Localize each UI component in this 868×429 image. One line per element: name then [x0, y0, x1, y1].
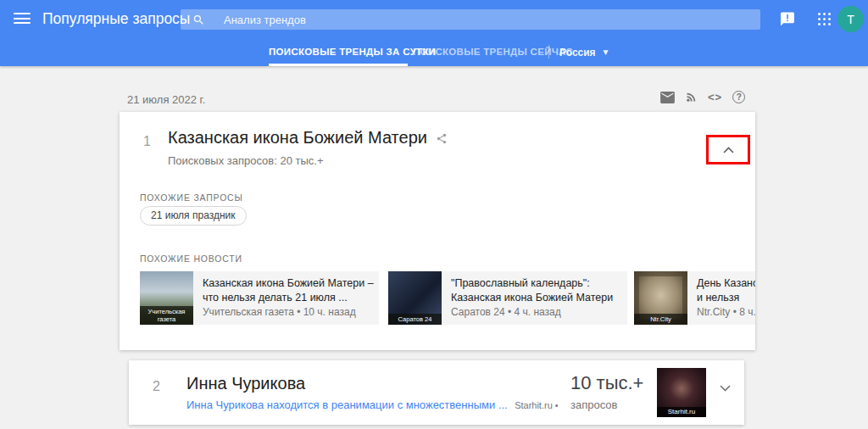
related-news-heading: ПОХОЖИЕ НОВОСТИ	[140, 254, 242, 264]
news-source: Ntr.City • 8 ч. назад	[697, 306, 755, 318]
help-icon[interactable]: ?	[732, 91, 745, 103]
news-title: "Православный календарь": Казанская икон…	[451, 276, 624, 305]
tab-daily-trends[interactable]: ПОИСКОВЫЕ ТРЕНДЫ ЗА СУТКИ	[269, 38, 408, 66]
avatar[interactable]: T	[837, 6, 864, 32]
related-queries-heading: ПОХОЖИЕ ЗАПРОСЫ	[140, 192, 243, 203]
app-title: Популярные запросы	[42, 0, 190, 38]
trend-title[interactable]: Инна Чурикова	[186, 374, 305, 393]
embed-code-icon[interactable]: <>	[708, 91, 722, 103]
chevron-down-icon: ▼	[602, 48, 610, 57]
rss-icon[interactable]	[685, 91, 698, 103]
search-icon	[192, 14, 205, 26]
thumbnail-caption: Starhit.ru	[657, 407, 706, 417]
chevron-up-icon	[723, 147, 734, 153]
news-source: Учительская газета • 10 ч. назад	[203, 306, 376, 318]
news-source: Starhit.ru • 18 ч. назад	[515, 400, 559, 410]
subscribe-email-icon[interactable]	[660, 92, 675, 103]
expand-button[interactable]	[716, 382, 734, 395]
highlight-box	[706, 135, 750, 164]
apps-grid-icon[interactable]	[816, 11, 832, 27]
news-thumbnail: Starhit.ru	[657, 368, 706, 417]
tabs-bar: ПОИСКОВЫЕ ТРЕНДЫ ЗА СУТКИ ПОИСКОВЫЕ ТРЕН…	[0, 38, 868, 66]
news-item[interactable]: Ntr.City День Казанской иконы: что можно…	[634, 271, 755, 325]
thumbnail-caption: Саратов 24	[388, 314, 442, 325]
divider	[548, 45, 549, 58]
date-toolbar: <> ?	[660, 91, 745, 103]
search-volume-label: Поисковых запросов: 20 тыс.+	[168, 154, 324, 167]
trend-card-2: 2 Инна Чурикова Инна Чурикова находится …	[129, 360, 744, 425]
search-placeholder: Анализ трендов	[224, 14, 306, 26]
search-volume-word: запросов	[570, 398, 617, 411]
thumbnail-caption: Учительская газета	[140, 306, 193, 325]
search-volume-count: 10 тыс.+	[570, 372, 643, 394]
news-source: Саратов 24 • 4 ч. назад	[451, 306, 624, 318]
feedback-icon[interactable]	[779, 11, 796, 27]
collapse-button[interactable]	[720, 143, 737, 157]
date-label: 21 июля 2022 г.	[127, 93, 205, 106]
related-news-row: Учительская газета Казанская икона Божие…	[120, 271, 755, 325]
news-thumbnail: Учительская газета	[140, 271, 193, 325]
region-selector[interactable]: Россия ▼	[559, 38, 610, 66]
news-title: День Казанской иконы: что можно и нельзя	[697, 276, 755, 305]
related-query-chip[interactable]: 21 июля праздник	[140, 206, 247, 226]
trend-card-1: 1 Казанская икона Божией Матери Поисковы…	[120, 112, 755, 350]
news-link[interactable]: Инна Чурикова находится в реанимации с м…	[186, 398, 508, 411]
news-item[interactable]: Саратов 24 "Православный календарь": Каз…	[388, 271, 627, 325]
search-bar[interactable]: Анализ трендов	[181, 9, 760, 30]
hamburger-menu-icon[interactable]	[14, 12, 31, 25]
trend-rank: 1	[143, 134, 151, 149]
app-header: Популярные запросы Анализ трендов T ПОИС…	[0, 0, 868, 66]
news-thumbnail: Ntr.City	[634, 271, 687, 325]
trend-rank: 2	[153, 379, 160, 394]
share-icon[interactable]	[436, 132, 448, 145]
chevron-down-icon	[720, 385, 731, 392]
news-title: Казанская икона Божией Матери – что нель…	[203, 276, 376, 305]
news-thumbnail: Саратов 24	[388, 271, 442, 325]
trend-title[interactable]: Казанская икона Божией Матери	[168, 128, 427, 148]
region-label: Россия	[559, 39, 596, 66]
thumbnail-caption: Ntr.City	[634, 314, 687, 325]
news-item[interactable]: Учительская газета Казанская икона Божие…	[140, 271, 379, 325]
tab-realtime-trends[interactable]: ПОИСКОВЫЕ ТРЕНДЫ СЕЙЧАС	[413, 38, 536, 66]
